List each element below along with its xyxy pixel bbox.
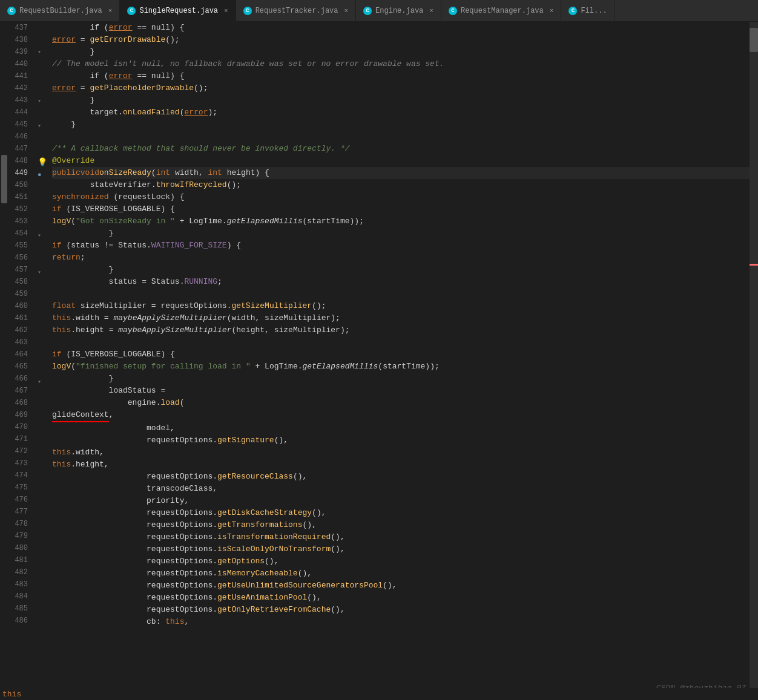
code-line-454: } — [52, 227, 750, 240]
fold-row-439: ▾ — [38, 46, 50, 59]
tab-engine[interactable]: C Engine.java × — [356, 0, 441, 22]
code-line-456: return; — [52, 252, 750, 264]
line-num-479: 479 — [8, 530, 33, 542]
tab-close-requesttracker[interactable]: × — [344, 7, 349, 15]
fold-row-474 — [38, 473, 50, 485]
tab-icon-requestbuilder: C — [7, 7, 16, 15]
tab-requestmanager[interactable]: C RequestManager.java × — [441, 0, 561, 22]
line-numbers: 4374384394404414424434444454464474484494… — [8, 22, 38, 700]
scrollbar[interactable] — [750, 22, 758, 700]
fold-row-451 — [38, 193, 50, 205]
fold-row-464 — [38, 352, 50, 364]
code-line-474: requestOptions.getResourceClass(), — [52, 471, 750, 483]
fold-row-461 — [38, 315, 50, 327]
code-line-482: requestOptions.isMemoryCacheable(), — [52, 568, 750, 580]
line-num-456: 456 — [8, 252, 33, 264]
code-line-484: requestOptions.getUseAnimationPool(), — [52, 592, 750, 604]
line-num-468: 468 — [8, 397, 33, 409]
line-num-471: 471 — [8, 433, 33, 445]
code-line-438: error = getErrorDrawable(); — [52, 34, 750, 46]
line-num-460: 460 — [8, 300, 33, 312]
fold-row-462 — [38, 327, 50, 339]
scroll-handle[interactable] — [750, 28, 758, 52]
fold-row-479 — [38, 534, 50, 546]
fold-row-453 — [38, 217, 50, 229]
fold-row-477 — [38, 509, 50, 522]
fold-row-484 — [38, 594, 50, 606]
fold-row-470 — [38, 425, 50, 437]
fold-row-440 — [38, 59, 50, 71]
tab-label-requesttracker: RequestTracker.java — [255, 7, 338, 15]
code-line-460: float sizeMultiplier = requestOptions.ge… — [52, 300, 750, 312]
tab-close-engine[interactable]: × — [429, 7, 433, 15]
fold-arrow[interactable]: ▾ — [38, 123, 41, 129]
fold-arrow[interactable]: ▾ — [38, 49, 41, 56]
editor-container: 4374384394404414424434444454464474484494… — [0, 22, 758, 700]
tab-icon-singlerequest: C — [127, 7, 136, 15]
line-num-470: 470 — [8, 421, 33, 433]
fold-arrow[interactable]: ▾ — [38, 98, 41, 105]
bottom-this-keyword: this — [2, 690, 21, 699]
tab-close-singlerequest[interactable]: × — [224, 7, 228, 15]
fold-row-438 — [38, 34, 50, 46]
code-line-455: if (status != Status.WAITING_FOR_SIZE) { — [52, 240, 750, 252]
line-num-483: 483 — [8, 578, 33, 590]
line-num-464: 464 — [8, 348, 33, 361]
fold-arrow[interactable]: ▾ — [38, 269, 41, 276]
code-line-470: model, — [52, 422, 750, 434]
fold-row-442 — [38, 83, 50, 95]
fold-row-457: ▾ — [38, 266, 50, 279]
tab-close-requestbuilder[interactable]: × — [108, 7, 113, 15]
fold-row-450 — [38, 181, 50, 193]
line-num-442: 442 — [8, 82, 33, 94]
fold-row-478 — [38, 522, 50, 534]
code-line-478: requestOptions.getTransformations(), — [52, 519, 750, 531]
line-num-465: 465 — [8, 361, 33, 373]
code-line-437: if (error == null) { — [52, 22, 750, 34]
line-num-478: 478 — [8, 518, 33, 530]
tab-label-requestbuilder: RequestBuilder.java — [19, 7, 102, 15]
line-num-457: 457 — [8, 264, 33, 276]
fold-arrow[interactable]: ▾ — [38, 379, 41, 385]
fold-row-460 — [38, 303, 50, 315]
code-line-439: } — [52, 46, 750, 58]
code-line-443: } — [52, 94, 750, 106]
line-num-448: 448 — [8, 155, 33, 167]
fold-row-486 — [38, 618, 50, 630]
fold-row-445: ▾ — [38, 120, 50, 132]
tab-singlerequest[interactable]: C SingleRequest.java × — [120, 0, 236, 22]
bottom-bar: this — [0, 688, 758, 700]
scroll-thumb[interactable] — [1, 155, 7, 203]
code-line-485: requestOptions.getOnlyRetrieveFromCache(… — [52, 604, 750, 616]
line-num-437: 437 — [8, 22, 33, 34]
tab-requesttracker[interactable]: C RequestTracker.java × — [236, 0, 356, 22]
line-num-453: 453 — [8, 215, 33, 227]
code-line-466: } — [52, 373, 750, 385]
fold-row-459 — [38, 291, 50, 303]
tab-icon-requestmanager: C — [449, 7, 457, 15]
fold-row-476 — [38, 497, 50, 509]
tab-requestbuilder[interactable]: C RequestBuilder.java × — [0, 0, 120, 22]
code-line-447: /** A callback method that should never … — [52, 143, 750, 155]
line-num-443: 443 — [8, 94, 33, 106]
tab-label-engine: Engine.java — [375, 7, 423, 15]
fold-row-446 — [38, 132, 50, 145]
code-line-451: synchronized (requestLock) { — [52, 191, 750, 203]
tab-bar: C RequestBuilder.java × C SingleRequest.… — [0, 0, 758, 22]
code-line-441: if (error == null) { — [52, 70, 750, 82]
tab-fil[interactable]: C Fil... — [561, 0, 615, 22]
error-marker — [750, 264, 758, 266]
fold-arrow[interactable]: ▾ — [38, 232, 41, 239]
code-line-448: @Override — [52, 155, 750, 167]
code-line-457: } — [52, 264, 750, 276]
tab-close-requestmanager[interactable]: × — [550, 7, 554, 15]
line-num-452: 452 — [8, 203, 33, 215]
code-line-464: if (IS_VERBOSE_LOGGABLE) { — [52, 348, 750, 361]
fold-row-465 — [38, 364, 50, 376]
code-area[interactable]: if (error == null) { error = getErrorDra… — [50, 22, 750, 700]
line-num-482: 482 — [8, 566, 33, 578]
line-num-450: 450 — [8, 179, 33, 191]
line-num-473: 473 — [8, 457, 33, 469]
tab-icon-engine: C — [363, 7, 372, 15]
fold-row-481 — [38, 558, 50, 570]
